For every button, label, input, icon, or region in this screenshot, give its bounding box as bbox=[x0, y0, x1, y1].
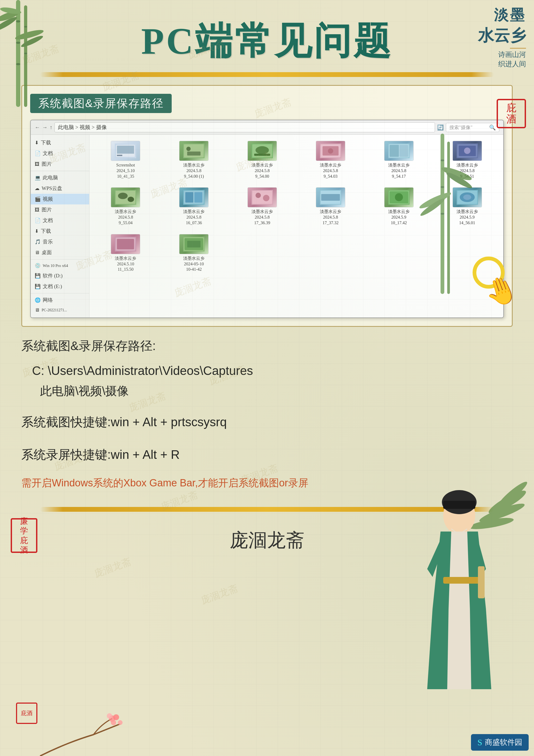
character-area bbox=[379, 449, 534, 716]
thumb-image bbox=[453, 188, 482, 207]
thumb-image bbox=[316, 141, 345, 161]
thumb-image bbox=[248, 141, 277, 161]
svg-point-47 bbox=[263, 195, 269, 201]
svg-rect-72 bbox=[443, 501, 475, 509]
svg-rect-74 bbox=[478, 566, 485, 598]
thumb-image bbox=[179, 141, 208, 161]
svg-rect-65 bbox=[187, 241, 200, 248]
bottom-plant bbox=[27, 703, 134, 756]
logo-subtitle2: 织进人间 bbox=[478, 59, 526, 69]
thumb-image bbox=[385, 188, 413, 207]
svg-point-18 bbox=[186, 147, 191, 151]
logo-subtitle1: 诗画山河 bbox=[478, 50, 526, 59]
seal-right: 庇酒 bbox=[496, 99, 526, 128]
logo-main-title: 淡墨 bbox=[478, 5, 526, 25]
svg-rect-50 bbox=[321, 194, 340, 201]
svg-rect-61 bbox=[117, 239, 134, 249]
file-thumb bbox=[316, 141, 345, 161]
svg-rect-19 bbox=[187, 151, 200, 155]
seal-right-text: 庇酒 bbox=[506, 102, 516, 125]
brand-icon: S bbox=[477, 738, 482, 747]
logo-divider bbox=[510, 48, 526, 49]
file-thumb bbox=[111, 234, 140, 254]
svg-point-46 bbox=[256, 193, 261, 198]
svg-point-58 bbox=[463, 195, 471, 200]
file-thumb bbox=[111, 187, 140, 207]
file-thumb bbox=[247, 141, 277, 161]
svg-rect-15 bbox=[117, 155, 122, 156]
file-thumb bbox=[179, 141, 209, 161]
thumb-image bbox=[316, 188, 345, 207]
thumb-image bbox=[179, 188, 208, 207]
svg-point-85 bbox=[107, 713, 112, 718]
svg-point-39 bbox=[128, 197, 134, 202]
svg-rect-73 bbox=[443, 577, 481, 584]
thumb-image bbox=[111, 141, 140, 161]
svg-rect-42 bbox=[185, 192, 193, 202]
thumb-image bbox=[248, 188, 277, 207]
file-thumb bbox=[316, 187, 345, 207]
thumb-image bbox=[453, 141, 482, 161]
file-thumb bbox=[452, 187, 482, 207]
svg-rect-23 bbox=[254, 154, 270, 156]
file-thumb bbox=[384, 187, 414, 207]
thumb-image bbox=[111, 188, 140, 207]
thumb-image bbox=[179, 234, 208, 254]
logo-subtitle-title: 水云乡 bbox=[478, 25, 526, 46]
main-page: 庞涸龙斋 庞涸龙斋 庞涸龙斋 庞涸龙斋 庞涸龙斋 庞涸龙斋 庞涸龙斋 庞涸龙斋 … bbox=[0, 0, 534, 756]
svg-point-35 bbox=[464, 148, 470, 154]
svg-rect-30 bbox=[390, 145, 399, 157]
svg-rect-43 bbox=[194, 192, 202, 202]
file-thumb bbox=[179, 234, 209, 254]
brand-text: 商盛软件园 bbox=[485, 737, 522, 747]
svg-point-88 bbox=[111, 720, 116, 725]
seal-left-text: 廉学庇酒 bbox=[20, 516, 28, 555]
thumb-image bbox=[111, 234, 140, 254]
svg-rect-31 bbox=[399, 145, 408, 157]
top-pencil-divider bbox=[40, 72, 494, 77]
brand-logo-bottom: S 商盛软件园 bbox=[471, 734, 529, 751]
file-thumb bbox=[111, 141, 140, 161]
file-thumb bbox=[247, 187, 277, 207]
svg-point-27 bbox=[328, 148, 333, 154]
seal-left-bottom: 廉学庇酒 bbox=[11, 518, 38, 553]
svg-rect-14 bbox=[117, 146, 134, 154]
svg-point-54 bbox=[395, 193, 403, 201]
top-right-logo: 淡墨 水云乡 诗画山河 织进人间 bbox=[478, 5, 526, 69]
svg-point-22 bbox=[256, 146, 269, 154]
svg-point-38 bbox=[118, 193, 128, 199]
file-thumb bbox=[384, 141, 414, 161]
thumb-image bbox=[385, 141, 413, 161]
file-thumb bbox=[179, 187, 209, 207]
svg-point-87 bbox=[118, 720, 122, 725]
file-thumb bbox=[452, 141, 482, 161]
svg-point-86 bbox=[113, 714, 119, 720]
